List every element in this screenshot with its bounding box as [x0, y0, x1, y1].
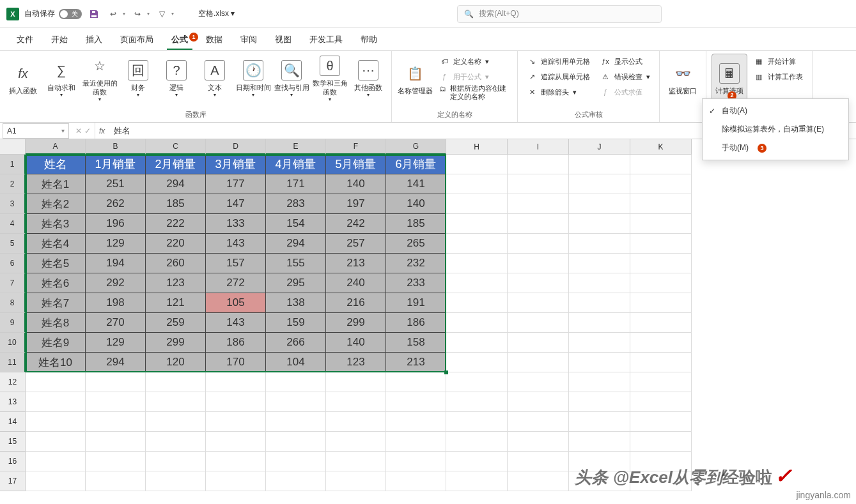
- cell-B2[interactable]: 251: [86, 174, 146, 194]
- cell-B3[interactable]: 262: [86, 194, 146, 214]
- cell-I12[interactable]: [508, 372, 569, 392]
- cell-B14[interactable]: [86, 412, 146, 432]
- menu-tab-审阅[interactable]: 审阅: [233, 30, 265, 49]
- logical-button[interactable]: ? 逻辑▾: [159, 54, 194, 105]
- col-header-F[interactable]: F: [326, 139, 386, 155]
- row-header-14[interactable]: 14: [0, 412, 26, 432]
- cell-D10[interactable]: 186: [206, 333, 266, 353]
- cell-H4[interactable]: [446, 214, 508, 234]
- cell-I15[interactable]: [508, 432, 569, 452]
- cell-A7[interactable]: 姓名6: [26, 273, 86, 293]
- cell-H14[interactable]: [446, 412, 508, 432]
- cell-I3[interactable]: [508, 194, 569, 214]
- recent-functions-button[interactable]: ☆ 最近使用的函数▾: [82, 54, 118, 105]
- row-header-2[interactable]: 2: [0, 174, 26, 194]
- cell-K3[interactable]: [630, 194, 692, 214]
- define-name-button[interactable]: 🏷定义名称 ▾: [435, 54, 512, 69]
- cell-H5[interactable]: [446, 234, 508, 254]
- cell-K10[interactable]: [630, 333, 692, 353]
- cell-F2[interactable]: 140: [326, 174, 386, 194]
- cell-K14[interactable]: [630, 412, 692, 432]
- cell-C3[interactable]: 185: [146, 194, 206, 214]
- trace-dependents-button[interactable]: ↗追踪从属单元格: [523, 69, 594, 84]
- cell-B8[interactable]: 198: [86, 293, 146, 313]
- cell-I9[interactable]: [508, 313, 569, 333]
- cell-C7[interactable]: 123: [146, 273, 206, 293]
- cell-C9[interactable]: 259: [146, 313, 206, 333]
- autosave-toggle[interactable]: 自动保存 关: [24, 8, 82, 19]
- menu-tab-插入[interactable]: 插入: [78, 30, 110, 49]
- cell-D1[interactable]: 3月销量: [206, 155, 266, 174]
- cell-K6[interactable]: [630, 254, 692, 273]
- cell-G16[interactable]: [386, 452, 446, 471]
- cell-J4[interactable]: [569, 214, 630, 234]
- cell-I6[interactable]: [508, 254, 569, 273]
- row-header-4[interactable]: 4: [0, 214, 26, 234]
- cell-D2[interactable]: 177: [206, 174, 266, 194]
- cell-A12[interactable]: [26, 372, 86, 392]
- redo-dropdown-icon[interactable]: ▾: [147, 11, 150, 17]
- cell-H13[interactable]: [446, 392, 508, 412]
- cell-G7[interactable]: 233: [386, 273, 446, 293]
- col-header-K[interactable]: K: [630, 139, 692, 155]
- cell-B7[interactable]: 292: [86, 273, 146, 293]
- cell-J9[interactable]: [569, 313, 630, 333]
- cell-D11[interactable]: 170: [206, 353, 266, 372]
- remove-arrows-button[interactable]: ✕删除箭头 ▾: [523, 84, 594, 100]
- cell-A6[interactable]: 姓名5: [26, 254, 86, 273]
- cell-C6[interactable]: 260: [146, 254, 206, 273]
- chevron-down-icon[interactable]: ▾: [61, 127, 65, 134]
- row-header-13[interactable]: 13: [0, 392, 26, 412]
- cell-H12[interactable]: [446, 372, 508, 392]
- cell-E8[interactable]: 138: [266, 293, 326, 313]
- name-manager-button[interactable]: 📋 名称管理器: [397, 54, 433, 105]
- row-header-6[interactable]: 6: [0, 254, 26, 273]
- financial-button[interactable]: 回 财务▾: [120, 54, 156, 105]
- cell-E10[interactable]: 266: [266, 333, 326, 353]
- cell-B1[interactable]: 1月销量: [86, 155, 146, 174]
- cell-H8[interactable]: [446, 293, 508, 313]
- fx-icon[interactable]: fx: [95, 126, 109, 135]
- cell-D15[interactable]: [206, 432, 266, 452]
- row-header-5[interactable]: 5: [0, 234, 26, 254]
- cell-F6[interactable]: 213: [326, 254, 386, 273]
- cell-K4[interactable]: [630, 214, 692, 234]
- autosum-button[interactable]: ∑ 自动求和▾: [43, 54, 79, 105]
- filename-label[interactable]: 空格.xlsx ▾: [198, 8, 235, 19]
- col-header-C[interactable]: C: [146, 139, 206, 155]
- cell-B6[interactable]: 194: [86, 254, 146, 273]
- col-header-D[interactable]: D: [206, 139, 266, 155]
- cell-F10[interactable]: 140: [326, 333, 386, 353]
- cell-K1[interactable]: [630, 155, 692, 174]
- cell-E3[interactable]: 283: [266, 194, 326, 214]
- cell-G6[interactable]: 232: [386, 254, 446, 273]
- create-from-selection-button[interactable]: 🗂根据所选内容创建定义的名称: [435, 84, 512, 101]
- lookup-button[interactable]: 🔍 查找与引用▾: [274, 54, 309, 105]
- cell-C1[interactable]: 2月销量: [146, 155, 206, 174]
- cell-B5[interactable]: 129: [86, 234, 146, 254]
- cell-E11[interactable]: 104: [266, 353, 326, 372]
- toggle-switch-icon[interactable]: 关: [59, 9, 82, 19]
- cell-F15[interactable]: [326, 432, 386, 452]
- cell-I17[interactable]: [508, 471, 569, 491]
- cell-F4[interactable]: 242: [326, 214, 386, 234]
- cell-A5[interactable]: 姓名4: [26, 234, 86, 254]
- cell-E12[interactable]: [266, 372, 326, 392]
- menu-tab-视图[interactable]: 视图: [267, 30, 299, 49]
- cell-G11[interactable]: 213: [386, 353, 446, 372]
- more-functions-button[interactable]: ⋯ 其他函数▾: [350, 54, 386, 105]
- row-header-11[interactable]: 11: [0, 353, 26, 372]
- cell-D17[interactable]: [206, 471, 266, 491]
- calculate-sheet-button[interactable]: ▥计算工作表: [750, 69, 807, 84]
- cell-J14[interactable]: [569, 412, 630, 432]
- cell-F14[interactable]: [326, 412, 386, 432]
- cell-J7[interactable]: [569, 273, 630, 293]
- filter-dropdown-icon[interactable]: ▾: [171, 11, 174, 17]
- cell-H2[interactable]: [446, 174, 508, 194]
- row-header-16[interactable]: 16: [0, 452, 26, 471]
- cell-A13[interactable]: [26, 392, 86, 412]
- row-header-9[interactable]: 9: [0, 313, 26, 333]
- cell-F11[interactable]: 123: [326, 353, 386, 372]
- cell-G9[interactable]: 186: [386, 313, 446, 333]
- cell-D14[interactable]: [206, 412, 266, 432]
